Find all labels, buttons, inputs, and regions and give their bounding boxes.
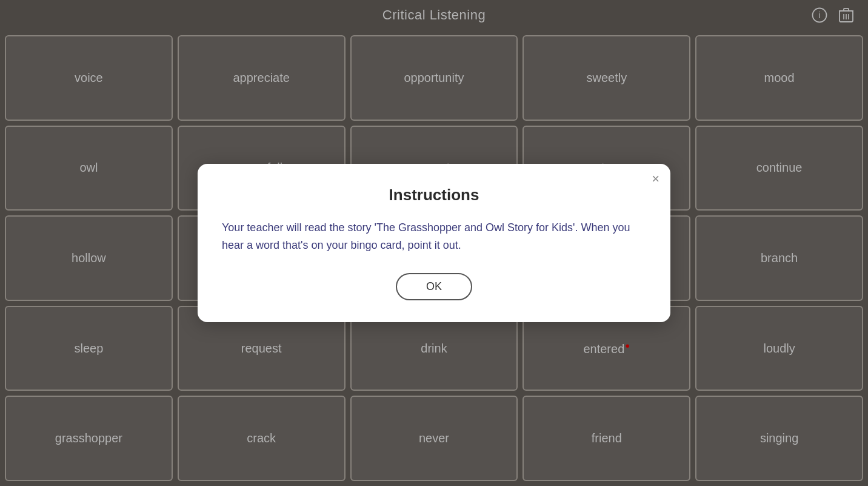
modal-title: Instructions [222,186,646,204]
modal-ok-button[interactable]: OK [396,273,472,300]
modal-body: Your teacher will read the story 'The Gr… [222,219,646,254]
instructions-modal: × Instructions Your teacher will read th… [198,164,670,323]
modal-overlay: × Instructions Your teacher will read th… [0,0,868,486]
modal-close-button[interactable]: × [652,172,659,186]
